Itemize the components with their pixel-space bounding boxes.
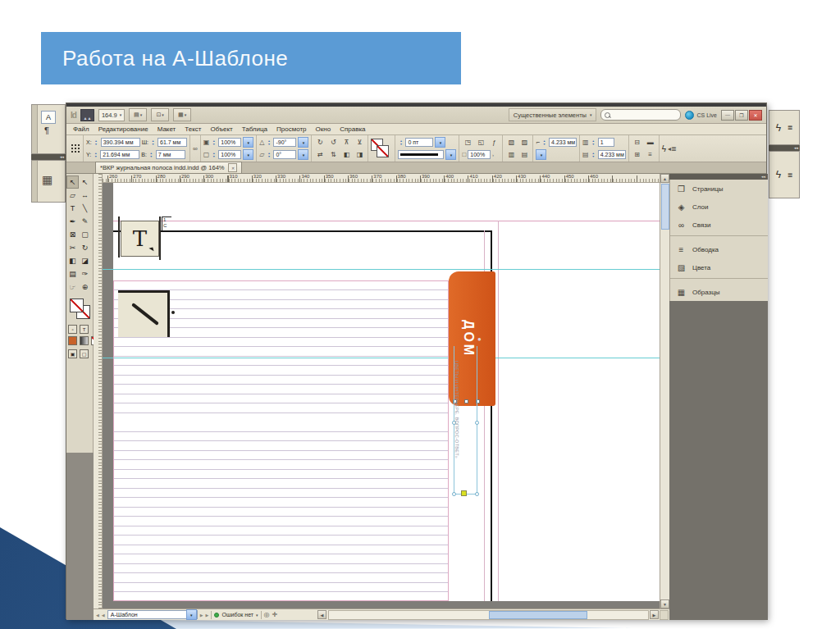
data-merge-grid-icon[interactable]: ▦ [42, 173, 52, 186]
menu-item-5[interactable]: Таблица [242, 125, 267, 133]
close-button[interactable]: ✕ [749, 110, 762, 121]
scale-y-stepper[interactable] [211, 150, 217, 159]
text-frame-edge-right[interactable] [477, 346, 477, 494]
preflight-menu-icon[interactable]: ▾ [256, 613, 258, 618]
stroke-weight-field[interactable]: 0 пт [405, 138, 433, 147]
zoom-level-dropdown[interactable]: 164.9 ▾ [98, 109, 125, 121]
dock-panel-Слои[interactable]: ◈Слои [670, 198, 768, 216]
frame-tool-icon[interactable]: ⊠ [66, 228, 79, 241]
control-icon-button[interactable]: ▬ [645, 137, 656, 148]
reference-point-proxy[interactable] [71, 144, 80, 153]
corner-stepper[interactable] [541, 138, 547, 147]
dock-panel-Связи[interactable]: ∞Связи [670, 216, 768, 234]
control-icon-button[interactable]: ▧ [505, 137, 517, 148]
pencil-tool-icon[interactable]: ✎ [79, 215, 91, 228]
normal-view-icon[interactable]: ▣ [68, 349, 77, 358]
scroll-left-icon[interactable]: ◀ [317, 610, 326, 619]
cs-live-widget[interactable]: CS Live [685, 111, 717, 120]
gap-tool-icon[interactable]: ↔ [79, 189, 91, 202]
next-page-icon[interactable]: ▶ [200, 613, 203, 618]
pen-tool-icon[interactable]: ✒ [66, 215, 79, 228]
stroke-weight-dropdown[interactable] [435, 137, 445, 148]
dock-panel-Обводка[interactable]: ≡Обводка [670, 240, 768, 258]
workspace-switcher[interactable]: Существенные элементы ▾ [509, 108, 597, 121]
fill-stroke-control[interactable] [70, 299, 89, 320]
rotation-stepper[interactable] [266, 138, 272, 147]
control-icon-button[interactable]: ≡ [645, 149, 656, 161]
ruler-guide-cyan[interactable] [103, 269, 660, 270]
minimize-button[interactable]: — [721, 110, 734, 121]
stroke-style-field[interactable] [398, 150, 444, 159]
control-icon-button[interactable]: ⊟ [632, 137, 643, 148]
line-tool-icon[interactable]: ╲ [79, 202, 91, 215]
corner-style-dropdown[interactable] [536, 149, 546, 160]
stroke-weight-stepper[interactable] [398, 138, 404, 147]
stroke-swatch-none[interactable] [70, 299, 84, 312]
columns-stepper[interactable] [591, 138, 596, 147]
panel-collapse-bar[interactable]: ◂◂ [31, 154, 66, 160]
control-icon-button[interactable]: ⇄ [314, 149, 326, 161]
apply-gradient-icon[interactable] [80, 336, 89, 345]
corner-radius-field[interactable]: 4.233 мм [549, 138, 577, 147]
hand-tool-icon[interactable]: ☞ [66, 280, 79, 294]
status-zoom-icon[interactable]: ◎ [264, 611, 270, 618]
control-icon-button[interactable]: ▤ [518, 149, 530, 161]
scale-x-dropdown[interactable] [243, 137, 253, 148]
y-stepper[interactable] [93, 150, 98, 159]
preflight-bolt-icon[interactable]: ϟ [776, 122, 781, 134]
scale-x-field[interactable]: 100% [218, 138, 241, 147]
status-info-icon[interactable]: ✛ [272, 611, 278, 618]
panel-collapse-bar[interactable]: ◂◂ [769, 145, 800, 151]
opacity-field[interactable]: 100% [468, 150, 491, 159]
control-icon-button[interactable]: ↺ [327, 137, 339, 148]
apply-color-icon[interactable] [68, 336, 77, 345]
vertical-scrollbar[interactable]: ▲ ▼ [660, 174, 669, 608]
width-stepper[interactable] [150, 138, 156, 147]
height-stepper[interactable] [148, 150, 154, 159]
height-field[interactable]: 7 мм [156, 150, 185, 159]
menu-item-0[interactable]: Файл [73, 125, 89, 133]
document-tab[interactable]: *ВКР журнальная полоса indd.indd @ 164% … [95, 162, 242, 173]
scroll-down-icon[interactable]: ▼ [660, 599, 669, 608]
dock-panel-Страницы[interactable]: ❐Страницы [670, 180, 768, 198]
type-tool-icon[interactable]: T [66, 202, 79, 215]
panel-menu-icon[interactable]: ≣ [788, 124, 793, 131]
eyedropper-tool-icon[interactable]: ✑ [79, 267, 91, 280]
first-page-icon[interactable]: ◀ [96, 613, 99, 618]
control-icon-button[interactable]: ◳ [462, 137, 473, 148]
menu-item-7[interactable]: Окно [316, 125, 331, 133]
scale-y-dropdown[interactable] [243, 149, 253, 160]
preflight-bolt-icon[interactable]: ϟ [776, 169, 781, 180]
previous-page-icon[interactable]: ◀ [102, 613, 105, 618]
dock-panel-Образцы[interactable]: ▦Образцы [670, 283, 768, 301]
menu-item-4[interactable]: Объект [210, 125, 232, 133]
preflight-bolt-icon[interactable]: ϟ [662, 144, 666, 153]
stroke-style-dropdown[interactable] [445, 149, 456, 160]
horizontal-scrollbar[interactable] [328, 610, 649, 620]
dock-panel-Цвета[interactable]: ▨Цвета [670, 258, 768, 276]
frame-outport-handle[interactable] [461, 490, 467, 496]
formatting-affects-text-icon[interactable]: T [80, 325, 89, 334]
fill-swatch-none[interactable] [377, 145, 389, 157]
vertical-scroll-thumb[interactable] [661, 184, 669, 230]
rotation-field[interactable]: -90° [273, 138, 296, 147]
gutter-field[interactable]: 4.233 мм [598, 150, 626, 159]
control-panel-menu-icon[interactable]: ◂≣ [668, 145, 677, 153]
menu-item-2[interactable]: Макет [158, 125, 176, 133]
control-icon-button[interactable]: ⊼ [340, 137, 352, 148]
control-icon-button[interactable]: ◱ [475, 137, 486, 148]
direct-selection-tool-icon[interactable]: ↖ [79, 175, 91, 189]
scissors-tool-icon[interactable]: ✂ [66, 241, 79, 254]
control-icon-button[interactable]: ◨ [354, 149, 365, 161]
bridge-icon[interactable]: ▲▲ [80, 109, 94, 121]
gradient-feather-tool-icon[interactable]: ◪ [79, 254, 91, 267]
view-options-button[interactable]: ▤ ▾ [129, 108, 147, 121]
page-tool-icon[interactable]: ▱ [66, 189, 79, 202]
menu-item-6[interactable]: Просмотр [276, 125, 307, 133]
page-dropdown-button[interactable] [186, 609, 197, 620]
horizontal-ruler[interactable]: 2602702802903003103203303403503603703803… [103, 174, 660, 183]
vertical-ruler[interactable] [94, 174, 103, 608]
control-icon-button[interactable]: ⊻ [354, 137, 365, 148]
gradient-tool-icon[interactable]: ◧ [66, 254, 79, 267]
preview-view-icon[interactable]: ▢ [80, 349, 89, 358]
